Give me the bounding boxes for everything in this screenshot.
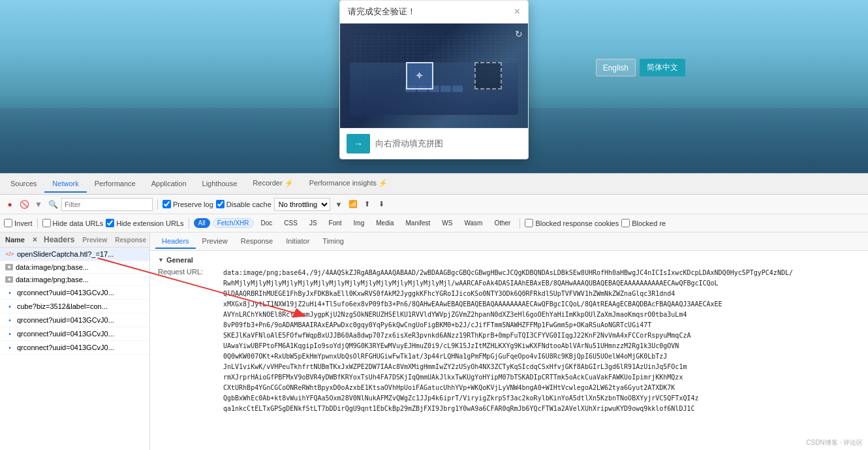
hide-ext-urls-text: Hide extension URLs: [116, 219, 183, 227]
preserve-log-text: Preserve log: [173, 201, 213, 208]
hide-ext-urls-checkbox[interactable]: [106, 219, 114, 227]
filter-ws[interactable]: WS: [437, 218, 457, 228]
chinese-button[interactable]: 简体中文: [640, 59, 685, 76]
detail-tab-response[interactable]: Response: [234, 234, 280, 249]
blocked-re-checkbox[interactable]: [621, 219, 630, 227]
request-detail-panel: Headers Preview Response Initiator Timin…: [150, 233, 868, 450]
file-item-5[interactable]: • qrconnect?uuid=0413GCvJ0...: [0, 313, 149, 327]
file-item-4[interactable]: • cube?biz=3512&label=con...: [0, 300, 149, 313]
search-button[interactable]: 🔍: [47, 199, 59, 210]
detail-tab-timing[interactable]: Timing: [316, 234, 350, 249]
name-column-label: Name: [5, 236, 25, 244]
filter-divider-2: [189, 218, 189, 229]
filter-fetch[interactable]: Fetch/XHR: [213, 218, 254, 228]
filter-img[interactable]: Img: [349, 218, 369, 228]
preserve-log-checkbox[interactable]: [163, 200, 171, 208]
tab-recorder[interactable]: Recorder ⚡: [245, 175, 301, 193]
api-icon-7: •: [5, 343, 14, 352]
file-item-6[interactable]: • qrconnect?uuid=0413GCvJ0...: [0, 327, 149, 341]
filter-font[interactable]: Font: [324, 218, 347, 228]
filter-input[interactable]: [61, 198, 153, 211]
api-icon-5: •: [5, 315, 14, 325]
file-list: Name × Headers Preview Response Initiato…: [0, 233, 150, 450]
preserve-log-label[interactable]: Preserve log: [163, 200, 213, 208]
filter-media[interactable]: Media: [371, 218, 398, 228]
hide-data-urls-text: Hide data URLs: [53, 219, 104, 227]
network-toolbar: ● 🚫 ▼ 🔍 Preserve log Disable cache No th…: [0, 195, 868, 214]
throttle-dropdown-icon[interactable]: ▼: [333, 199, 345, 210]
file-name-4: cube?biz=3512&label=con...: [17, 302, 108, 310]
filter-other[interactable]: Other: [489, 218, 515, 228]
tab-performance[interactable]: Performance: [87, 176, 144, 193]
website-background: English 简体中文 请完成安全验证！ ×: [0, 0, 868, 173]
tab-lighthouse[interactable]: Lighthouse: [194, 176, 245, 193]
record-button[interactable]: ●: [4, 199, 16, 210]
filter-divider-3: [519, 218, 520, 229]
general-label: General: [166, 256, 193, 264]
captcha-image: ✦ ↻: [340, 24, 528, 128]
detail-content: ▼ General Request URL: data:image/png;ba…: [150, 251, 868, 450]
clear-button[interactable]: 🚫: [18, 199, 30, 210]
invert-label[interactable]: Invert: [4, 219, 33, 227]
tab-sources[interactable]: Sources: [3, 176, 44, 193]
captcha-refresh-button[interactable]: ↻: [515, 29, 523, 39]
filter-js[interactable]: JS: [305, 218, 322, 228]
language-switcher: English 简体中文: [596, 59, 685, 76]
filter-doc[interactable]: Doc: [256, 218, 277, 228]
tab-application[interactable]: Application: [144, 176, 194, 193]
devtools-panel: Sources Network Performance Application …: [0, 173, 868, 450]
tab-network[interactable]: Network: [44, 176, 86, 193]
file-name-1: data:image/png;base...: [16, 263, 89, 271]
tab-performance-insights[interactable]: Performance insights ⚡: [302, 175, 395, 193]
throttle-select[interactable]: No throttling: [274, 198, 330, 211]
filter-wasm[interactable]: Wasm: [459, 218, 487, 228]
blocked-cookies-label[interactable]: Blocked response cookies: [525, 219, 619, 227]
file-item-0[interactable]: </> openSliderCaptcha.htl?_=17...: [0, 248, 149, 261]
network-conditions-icon[interactable]: 📶: [347, 199, 359, 210]
hide-ext-urls-label[interactable]: Hide extension URLs: [106, 219, 183, 227]
file-item-7[interactable]: • qrconnect?uuid=0413GCvJ0...: [0, 341, 149, 355]
request-url-row: Request URL: data:image/png;base64,/9j/4…: [158, 268, 860, 414]
file-item-3[interactable]: • qrconnect?uuid=0413GCvJ0...: [0, 286, 149, 300]
hide-data-urls-label[interactable]: Hide data URLs: [42, 219, 104, 227]
file-name-3: qrconnect?uuid=0413GCvJ0...: [17, 289, 114, 297]
captcha-slider-text: 向右滑动填充拼图: [375, 138, 443, 150]
disable-cache-checkbox[interactable]: [216, 200, 225, 208]
filter-css[interactable]: CSS: [279, 218, 302, 228]
hide-data-urls-checkbox[interactable]: [42, 219, 51, 227]
filter-all[interactable]: All: [194, 218, 210, 228]
network-main: Name × Headers Preview Response Initiato…: [0, 233, 868, 450]
captcha-header: 请完成安全验证！ ×: [340, 1, 528, 24]
captcha-slider-button[interactable]: →: [347, 134, 370, 153]
detail-tab-headers[interactable]: Headers: [155, 234, 196, 249]
filter-manifest[interactable]: Manifest: [401, 218, 435, 228]
filter-divider-1: [37, 218, 38, 229]
detail-tab-bar: Headers Preview Response Initiator Timin…: [150, 233, 868, 251]
filter-button[interactable]: ▼: [33, 199, 44, 210]
file-item-2[interactable]: ■ data:image/png;base...: [0, 274, 149, 286]
file-item-1[interactable]: ■ data:image/png;base...: [0, 261, 149, 274]
close-panel-button[interactable]: ×: [33, 235, 37, 244]
blocked-cookies-checkbox[interactable]: [525, 219, 533, 227]
invert-text: Invert: [14, 219, 33, 227]
captcha-close-button[interactable]: ×: [514, 7, 520, 17]
headers-tab-in-col: Headers: [44, 235, 74, 244]
filter-chips-bar: Invert Hide data URLs Hide extension URL…: [0, 214, 868, 233]
api-icon-3: •: [5, 288, 14, 297]
upload-icon[interactable]: ⬆: [362, 199, 373, 210]
blocked-re-label[interactable]: Blocked re: [621, 219, 666, 227]
disable-cache-label[interactable]: Disable cache: [216, 200, 271, 208]
file-name-6: qrconnect?uuid=0413GCvJ0...: [17, 330, 114, 338]
captcha-title: 请完成安全验证！: [348, 6, 416, 18]
api-icon-4: •: [5, 302, 14, 311]
section-triangle: ▼: [158, 257, 164, 263]
toolbar-divider-1: [157, 199, 158, 210]
invert-checkbox[interactable]: [4, 219, 12, 227]
detail-tab-initiator[interactable]: Initiator: [279, 234, 316, 249]
detail-tab-preview[interactable]: Preview: [196, 234, 234, 249]
html-icon: </>: [5, 249, 14, 259]
english-button[interactable]: English: [596, 59, 636, 76]
download-icon[interactable]: ⬇: [376, 199, 388, 210]
column-header: Name × Headers Preview Response Initiato…: [0, 233, 149, 248]
img-icon-2: ■: [5, 276, 13, 283]
